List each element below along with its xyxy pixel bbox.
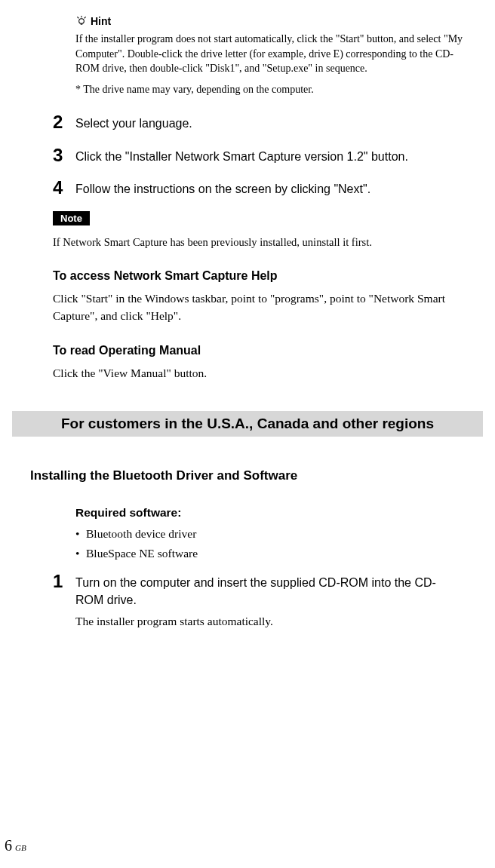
- list-item: • Bluetooth device driver: [75, 527, 457, 541]
- hint-label: Hint: [91, 15, 111, 27]
- page-number: 6: [5, 837, 12, 854]
- step-text: Click the "Installer Network Smart Captu…: [75, 146, 408, 165]
- bullet-text: Bluetooth device driver: [86, 527, 196, 541]
- step-number: 3: [53, 146, 75, 164]
- step-text: Select your language.: [75, 113, 192, 132]
- bullet-text: BlueSpace NE software: [86, 547, 198, 560]
- access-help-heading: To access Network Smart Capture Help: [53, 269, 472, 283]
- step-3: 3 Click the "Installer Network Smart Cap…: [53, 146, 457, 165]
- bullet-icon: •: [75, 527, 86, 541]
- read-manual-body: Click the "View Manual" button.: [53, 365, 457, 382]
- lightbulb-icon: [75, 15, 88, 27]
- svg-point-0: [79, 19, 85, 24]
- read-manual-heading: To read Operating Manual: [53, 344, 472, 357]
- page-footer: 6 GB: [5, 837, 26, 854]
- bullet-icon: •: [75, 547, 86, 560]
- hint-body: If the installer program does not start …: [75, 32, 465, 76]
- step-subtext: The installer program starts automatical…: [75, 615, 457, 628]
- access-help-body: Click "Start" in the Windows taskbar, po…: [53, 290, 457, 324]
- step-text: Follow the instructions on the screen by…: [75, 179, 370, 198]
- note-label: Note: [53, 211, 90, 225]
- step-4: 4 Follow the instructions on the screen …: [53, 179, 457, 198]
- bluetooth-install-heading: Installing the Bluetooth Driver and Soft…: [30, 468, 472, 483]
- hint-footnote: * The drive name may vary, depending on …: [75, 82, 465, 97]
- note-body: If Network Smart Capture has been previo…: [53, 235, 472, 250]
- list-item: • BlueSpace NE software: [75, 547, 457, 560]
- required-software-heading: Required software:: [75, 506, 472, 520]
- step-number: 2: [53, 113, 75, 131]
- step-1: 1 Turn on the computer and insert the su…: [53, 572, 457, 628]
- step-number: 1: [53, 572, 75, 590]
- step-text: Turn on the computer and insert the supp…: [75, 572, 457, 609]
- page-region: GB: [15, 843, 26, 852]
- section-bar: For customers in the U.S.A., Canada and …: [12, 411, 483, 437]
- step-2: 2 Select your language.: [53, 113, 457, 132]
- step-number: 4: [53, 179, 75, 197]
